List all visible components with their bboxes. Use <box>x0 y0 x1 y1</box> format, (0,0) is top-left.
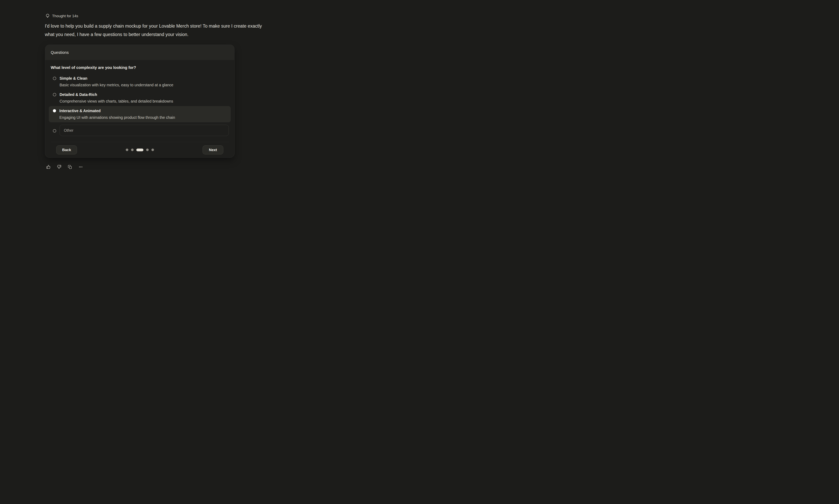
message-actions <box>46 165 83 169</box>
option-label: Interactive & Animated <box>59 108 175 113</box>
more-options-icon[interactable] <box>78 165 83 169</box>
option-description: Engaging UI with animations showing prod… <box>59 115 175 120</box>
questions-card: Questions What level of complexity are y… <box>45 44 234 158</box>
card-footer: Back Next <box>51 142 229 158</box>
radio-icon[interactable] <box>53 77 56 80</box>
next-button[interactable]: Next <box>203 145 223 155</box>
progress-dot <box>126 148 128 151</box>
thought-label: Thought for 14s <box>52 14 78 19</box>
option-other[interactable] <box>51 125 229 136</box>
thought-toggle[interactable]: Thought for 14s <box>45 14 78 19</box>
other-text-input[interactable] <box>59 125 229 136</box>
radio-icon[interactable] <box>53 129 56 132</box>
progress-dot <box>131 148 134 151</box>
thumbs-down-icon[interactable] <box>57 165 61 169</box>
question-text: What level of complexity are you looking… <box>51 65 229 70</box>
option-detailed-data-rich[interactable]: Detailed & Data-Rich Comprehensive views… <box>51 90 229 106</box>
card-title: Questions <box>51 50 69 55</box>
option-simple-clean[interactable]: Simple & Clean Basic visualization with … <box>51 74 229 90</box>
questions-card-body: What level of complexity are you looking… <box>45 65 234 158</box>
options-list: Simple & Clean Basic visualization with … <box>51 74 229 136</box>
questions-card-header: Questions <box>45 45 234 60</box>
assistant-message-text: I'd love to help you build a supply chai… <box>45 22 268 39</box>
option-description: Basic visualization with key metrics, ea… <box>59 83 173 88</box>
radio-selected-icon[interactable] <box>53 109 56 112</box>
radio-icon[interactable] <box>53 93 56 96</box>
thumbs-up-icon[interactable] <box>46 165 51 169</box>
progress-dot-active <box>136 148 143 151</box>
progress-dot <box>146 148 149 151</box>
progress-dot <box>152 148 154 151</box>
option-description: Comprehensive views with charts, tables,… <box>59 98 173 104</box>
option-label: Simple & Clean <box>59 76 173 81</box>
chat-message-area: Thought for 14s I'd love to help you bui… <box>0 0 307 184</box>
option-label: Detailed & Data-Rich <box>59 92 173 97</box>
back-button[interactable]: Back <box>56 145 77 155</box>
option-interactive-animated-selected[interactable]: Interactive & Animated Engaging UI with … <box>49 106 231 122</box>
copy-icon[interactable] <box>68 165 72 169</box>
lightbulb-icon <box>45 14 50 19</box>
progress-dots <box>126 148 154 151</box>
